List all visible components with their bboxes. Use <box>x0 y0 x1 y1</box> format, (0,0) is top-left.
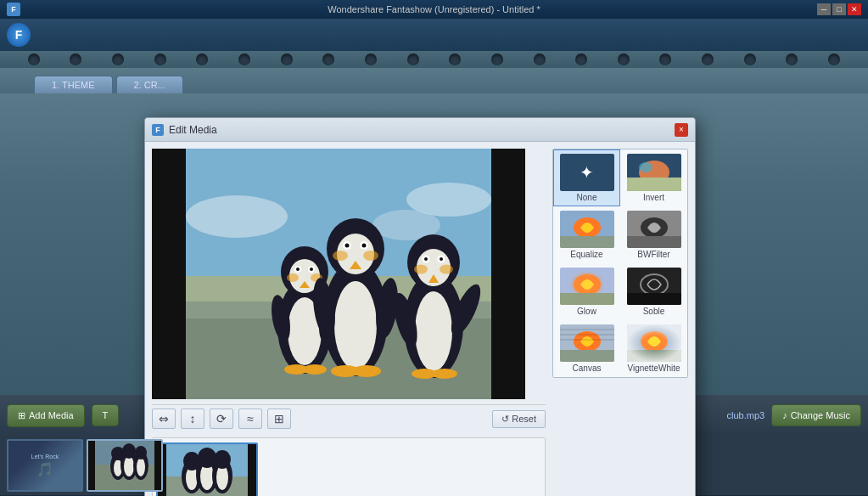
binder-hole <box>702 54 714 65</box>
filter-bwfilter-thumb <box>627 211 681 248</box>
change-music-button[interactable]: ♪ Change Music <box>771 404 861 426</box>
tab-create[interactable]: 2. CR... <box>116 76 183 93</box>
add-media-label: Add Media <box>29 410 74 420</box>
svg-rect-95 <box>88 441 95 490</box>
svg-point-23 <box>303 364 327 375</box>
svg-point-38 <box>352 365 381 377</box>
preview-svg <box>152 149 525 399</box>
filter-none-label: None <box>577 193 597 202</box>
filter-grid: ✦ None <box>552 149 688 378</box>
filter-vignettewhite[interactable]: VignetteWhite <box>620 320 687 377</box>
reset-label: Reset <box>512 414 536 424</box>
svg-point-45 <box>424 257 428 261</box>
binder-hole <box>322 54 334 65</box>
binder-hole <box>744 54 756 65</box>
filter-invert[interactable]: Invert <box>620 149 687 206</box>
svg-point-30 <box>345 244 350 248</box>
svg-point-2 <box>186 195 288 238</box>
svg-rect-96 <box>154 441 161 490</box>
svg-point-69 <box>639 162 652 172</box>
modal-title-icon: F <box>152 124 164 136</box>
svg-point-16 <box>310 268 313 271</box>
music-filename: club.mp3 <box>727 410 765 420</box>
filter-glow[interactable]: Glow <box>553 263 620 320</box>
reset-button[interactable]: ↺ Reset <box>492 410 546 428</box>
filter-canvas-thumb <box>560 324 614 362</box>
filter-soble-thumb <box>627 268 681 305</box>
filter-equalize-label: Equalize <box>570 250 602 259</box>
binder-hole <box>238 54 250 65</box>
svg-point-48 <box>414 265 428 274</box>
filter-bwfilter-label: BWFilter <box>637 250 669 259</box>
filter-glow-label: Glow <box>577 307 596 316</box>
adjust-button[interactable]: ≈ <box>238 409 262 429</box>
binder-hole <box>154 54 166 65</box>
maximize-button[interactable]: □ <box>832 3 846 15</box>
svg-point-25 <box>334 281 377 369</box>
filter-soble-label: Soble <box>643 307 665 316</box>
thumbnail-strip <box>152 437 546 496</box>
svg-rect-92 <box>627 324 681 362</box>
binder-hole <box>449 54 461 65</box>
binder-hole <box>365 54 377 65</box>
filmstrip-slide-2[interactable] <box>87 439 163 492</box>
music-icon: ♪ <box>782 410 787 420</box>
svg-rect-79 <box>560 293 614 305</box>
filter-canvas[interactable]: Canvas <box>553 320 620 377</box>
binder-hole <box>618 54 630 65</box>
svg-rect-70 <box>627 178 681 191</box>
app-header: F <box>0 19 868 51</box>
svg-point-46 <box>440 257 443 261</box>
filter-none[interactable]: ✦ None <box>553 149 620 206</box>
app-logo: F <box>7 23 31 47</box>
binder-holes-row <box>0 51 868 68</box>
svg-point-49 <box>440 265 453 274</box>
filmstrip-slide-1[interactable]: Let's Rock 🎵 <box>7 439 83 492</box>
binder-hole <box>786 54 798 65</box>
crop-button[interactable]: ⊞ <box>267 409 291 429</box>
modal-close-button[interactable]: × <box>675 123 688 137</box>
flip-vertical-button[interactable]: ↕ <box>181 409 204 429</box>
filter-invert-label: Invert <box>643 193 664 202</box>
binder-hole <box>828 54 840 65</box>
svg-point-105 <box>135 446 147 459</box>
svg-rect-8 <box>491 149 525 399</box>
tab-theme[interactable]: 1. THEME <box>34 76 113 93</box>
close-button[interactable]: ✕ <box>848 3 861 15</box>
filter-equalize-thumb <box>560 211 614 248</box>
binder-hole <box>112 54 124 65</box>
svg-point-40 <box>415 291 452 371</box>
binder-hole <box>407 54 419 65</box>
svg-point-66 <box>214 450 231 469</box>
svg-point-33 <box>333 251 348 261</box>
filter-glow-thumb <box>560 268 614 305</box>
modal-titlebar: F Edit Media × <box>145 118 695 142</box>
minimize-button[interactable]: ─ <box>817 3 831 15</box>
svg-point-102 <box>122 443 136 459</box>
svg-point-18 <box>287 273 299 282</box>
modal-body: ⇔ ↕ ⟳ ≈ ⊞ ↺ Reset <box>145 142 695 496</box>
binder-hole <box>575 54 587 65</box>
tabs-bar: 1. THEME 2. CR... <box>0 68 868 93</box>
binder-hole <box>659 54 671 65</box>
filter-panel: ✦ None <box>552 149 688 496</box>
filter-vignettewhite-label: VignetteWhite <box>627 364 680 373</box>
filter-none-thumb: ✦ <box>560 154 614 191</box>
rotate-button[interactable]: ⟳ <box>210 409 233 429</box>
add-media-button[interactable]: ⊞ Add Media <box>7 404 85 427</box>
filter-scroll[interactable]: ✦ None <box>552 149 688 496</box>
text-button[interactable]: T <box>92 404 120 426</box>
filter-bwfilter[interactable]: BWFilter <box>620 206 687 263</box>
filter-invert-thumb <box>627 154 681 191</box>
filter-soble[interactable]: Soble <box>620 263 687 320</box>
filter-equalize[interactable]: Equalize <box>553 206 620 263</box>
svg-point-31 <box>362 244 367 248</box>
thumbnail-item[interactable] <box>156 442 258 496</box>
preview-image <box>152 149 525 399</box>
binder-hole <box>491 54 503 65</box>
preview-area: ⇔ ↕ ⟳ ≈ ⊞ ↺ Reset <box>152 149 546 496</box>
flip-horizontal-button[interactable]: ⇔ <box>152 409 176 429</box>
app-icon: F <box>7 3 20 16</box>
svg-point-104 <box>137 458 145 476</box>
binder-hole <box>534 54 546 65</box>
